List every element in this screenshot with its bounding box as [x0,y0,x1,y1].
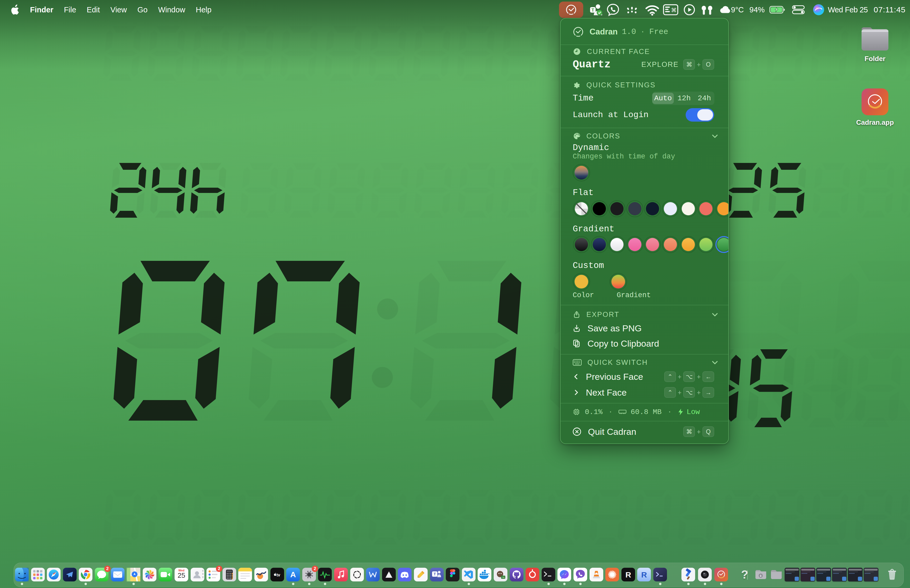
svg-text:R: R [641,570,647,579]
svg-text:A: A [290,570,296,579]
svg-text:⌘: ⌘ [671,7,677,13]
svg-text:CE: CE [502,576,504,578]
svg-text:tv: tv [276,573,280,577]
svg-text:R: R [626,570,631,579]
svg-text:T: T [434,572,436,576]
svg-text:T: T [592,8,594,13]
